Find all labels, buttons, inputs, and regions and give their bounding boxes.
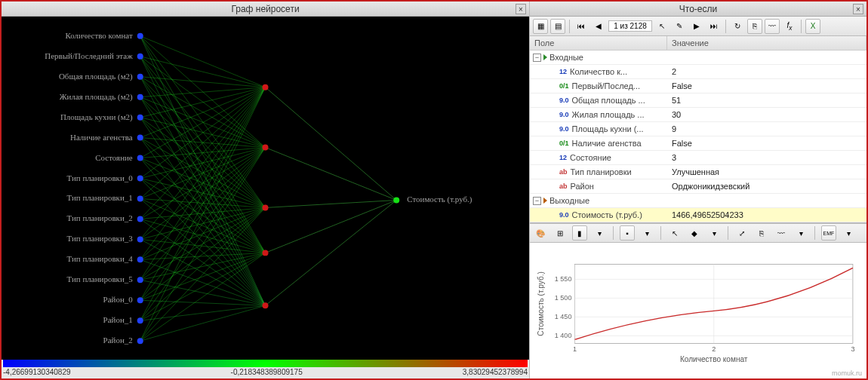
field-value: Улучшенная: [667, 167, 866, 176]
excel-icon[interactable]: X: [805, 19, 820, 34]
edit-icon[interactable]: ✎: [672, 19, 687, 34]
fx-icon[interactable]: fx: [782, 19, 797, 34]
table-row[interactable]: 12 Количество к... 2: [530, 65, 866, 79]
svg-point-109: [137, 115, 143, 121]
dropdown-icon[interactable]: ▾: [639, 225, 654, 241]
svg-line-25: [140, 87, 266, 138]
table-row[interactable]: 12 Состояние 3: [530, 151, 866, 165]
copy-chart-icon[interactable]: ⎘: [754, 225, 769, 241]
nav-last-button[interactable]: ⏭: [706, 19, 722, 34]
svg-line-82: [266, 200, 397, 207]
svg-point-119: [137, 216, 143, 222]
svg-point-107: [137, 94, 143, 100]
refresh-icon[interactable]: ↻: [730, 19, 745, 34]
dropdown-icon[interactable]: ▾: [706, 225, 722, 241]
svg-text:Количество комнат: Количество комнат: [680, 355, 748, 363]
svg-point-105: [137, 74, 143, 80]
svg-text:2: 2: [712, 345, 716, 353]
palette-icon[interactable]: 🎨: [533, 225, 548, 241]
svg-point-134: [263, 145, 269, 151]
dropdown-icon[interactable]: ▾: [592, 225, 607, 241]
view-form-button[interactable]: ▤: [550, 19, 565, 34]
close-icon[interactable]: ×: [853, 4, 863, 14]
table-row[interactable]: ab Район Орджоникидзевский: [530, 179, 866, 194]
left-title: Граф нейросети: [231, 4, 299, 14]
svg-text:1 550: 1 550: [555, 275, 572, 283]
nav-prev-button[interactable]: ◀: [591, 19, 606, 34]
close-icon[interactable]: ×: [516, 4, 526, 14]
right-pane: Что-если × ▦ ▤ ⏮ ◀ 1 из 2128 ↖ ✎ ▶ ⏭ ↻ ⎘…: [530, 2, 866, 378]
svg-line-3: [140, 36, 266, 253]
group-outputs[interactable]: − Выходные: [530, 194, 866, 208]
nav-first-button[interactable]: ⏮: [574, 19, 589, 34]
table-row[interactable]: 0/1 Наличие агенства False: [530, 136, 866, 151]
nav-next-button[interactable]: ▶: [689, 19, 704, 34]
svg-line-95: [140, 239, 266, 305]
type-icon: ab: [559, 168, 568, 176]
left-title-bar: Граф нейросети ×: [2, 2, 529, 17]
svg-text:Район_1: Район_1: [103, 315, 133, 324]
svg-line-47: [140, 207, 266, 219]
svg-point-135: [263, 204, 269, 210]
field-value: 1466,49652504233: [667, 210, 866, 219]
series-icon[interactable]: ▪: [620, 225, 635, 241]
table-row[interactable]: 0/1 Первый/Послед... False: [530, 79, 866, 93]
svg-line-85: [140, 36, 266, 305]
svg-point-103: [137, 54, 143, 60]
table-row[interactable]: ab Тип планировки Улучшенная: [530, 165, 866, 179]
svg-text:3: 3: [851, 345, 854, 353]
copy-icon[interactable]: ⎘: [747, 19, 762, 34]
marker-icon[interactable]: ◆: [687, 225, 702, 241]
pointer-icon[interactable]: ↖: [654, 19, 669, 34]
view-grid-button[interactable]: ▦: [533, 19, 548, 34]
line-chart-icon[interactable]: 〰: [774, 225, 789, 241]
zoom-icon[interactable]: ⤢: [734, 225, 749, 241]
svg-line-93: [140, 198, 266, 305]
group-inputs[interactable]: − Входные: [530, 51, 866, 65]
dropdown-icon[interactable]: ▾: [793, 225, 808, 241]
weight-scale: [3, 360, 528, 367]
axes-icon[interactable]: ⊞: [553, 225, 568, 241]
field-label: Тип планировки: [571, 167, 632, 176]
svg-point-111: [137, 135, 143, 141]
property-grid: Поле Значение − Входные 12 Количество к.…: [530, 36, 866, 223]
collapse-icon[interactable]: −: [533, 197, 541, 205]
dropdown-icon[interactable]: ▾: [841, 225, 856, 241]
svg-text:Район_0: Район_0: [103, 295, 134, 304]
svg-point-129: [137, 317, 143, 323]
field-value: 3: [667, 153, 866, 162]
table-row[interactable]: 9.0 Площадь кухни (... 9: [530, 122, 866, 136]
svg-point-117: [137, 195, 143, 201]
svg-line-81: [266, 148, 397, 201]
svg-point-123: [137, 256, 143, 262]
chart-icon[interactable]: 〰: [765, 19, 780, 34]
svg-point-113: [137, 155, 143, 161]
svg-line-72: [140, 207, 266, 320]
svg-point-133: [263, 84, 269, 90]
export-emf-icon[interactable]: EMF: [821, 225, 836, 241]
nav-position[interactable]: 1 из 2128: [608, 20, 652, 32]
field-value: False: [667, 81, 866, 90]
type-icon: 0/1: [559, 139, 570, 147]
svg-line-45: [140, 87, 266, 219]
field-value: False: [667, 139, 866, 148]
field-value: 9: [667, 124, 866, 133]
svg-line-50: [140, 87, 266, 240]
table-row[interactable]: 9.0 Общая площадь ... 51: [530, 93, 866, 108]
output-row[interactable]: 9.0 Стоимость (т.руб.) 1466,49652504233: [530, 208, 866, 222]
svg-line-84: [266, 200, 397, 305]
bars-icon[interactable]: ▮: [572, 225, 587, 241]
table-row[interactable]: 9.0 Жилая площадь ... 30: [530, 108, 866, 122]
collapse-icon[interactable]: −: [533, 54, 541, 62]
scale-max: 3,83029452378994: [463, 368, 528, 376]
type-icon: 12: [559, 154, 568, 161]
field-label: Количество к...: [570, 67, 627, 76]
cursor-icon[interactable]: ↖: [667, 225, 682, 241]
toolbar-chart: 🎨 ⊞ ▮ ▾ ▪ ▾ ↖ ◆ ▾ ⤢ ⎘ 〰 ▾ EMF ▾: [530, 223, 866, 243]
type-icon: 12: [559, 68, 568, 75]
svg-text:Тип планировки_4: Тип планировки_4: [67, 254, 134, 263]
field-label: Стоимость (т.руб.): [572, 210, 642, 219]
outputs-icon: [543, 198, 547, 204]
svg-text:Тип планировки_5: Тип планировки_5: [67, 274, 134, 283]
type-icon: 0/1: [559, 82, 570, 90]
